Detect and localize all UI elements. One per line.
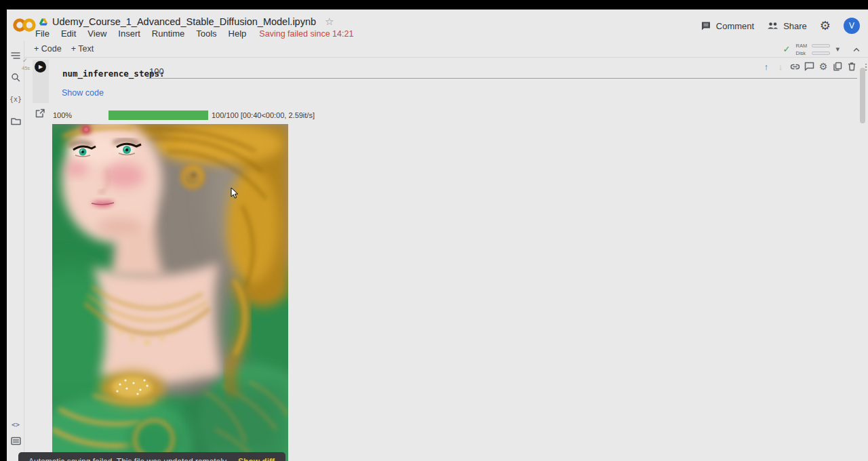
num-inference-steps-input[interactable] xyxy=(146,66,857,79)
menu-help[interactable]: Help xyxy=(229,28,247,39)
add-code-button[interactable]: + Code xyxy=(34,44,62,54)
drive-icon xyxy=(39,18,47,26)
add-comment-icon[interactable] xyxy=(804,61,814,72)
files-folder-icon[interactable] xyxy=(10,115,21,126)
cell-execution-time: 45s xyxy=(22,65,30,71)
menu-runtime[interactable]: Runtime xyxy=(152,28,184,39)
comment-icon xyxy=(701,21,711,31)
cell-settings-gear-icon[interactable]: ⚙ xyxy=(818,61,829,72)
cell-toolbar: ↑ ↓ ⚙ ⋮ xyxy=(761,60,868,73)
share-people-icon xyxy=(767,21,778,31)
colab-app: Udemy_Course_1_Advanced_Stable_Diffusion… xyxy=(7,9,868,461)
colab-logo-icon[interactable] xyxy=(12,17,37,33)
toast-message: Automatic saving failed. This file was u… xyxy=(28,457,231,461)
menu-file[interactable]: File xyxy=(35,28,50,39)
show-diff-button[interactable]: Show diff xyxy=(238,457,275,461)
share-label: Share xyxy=(783,21,807,31)
header-actions: Comment Share ⚙ V xyxy=(701,17,860,35)
header: Udemy_Course_1_Advanced_Stable_Diffusion… xyxy=(7,9,868,41)
code-snippets-icon[interactable]: <> xyxy=(10,419,21,430)
output-icon[interactable] xyxy=(35,108,45,121)
title-row: Udemy_Course_1_Advanced_Stable_Diffusion… xyxy=(39,16,334,28)
left-sidebar: {x} <> xyxy=(7,41,24,461)
generated-image xyxy=(52,124,288,461)
ram-label: RAM xyxy=(795,43,809,49)
menu-view[interactable]: View xyxy=(87,28,106,39)
terminal-icon[interactable] xyxy=(10,435,21,446)
scrollbar-thumb[interactable] xyxy=(860,68,865,123)
saving-status: Saving failed since 14:21 xyxy=(259,29,353,39)
add-text-button[interactable]: + Text xyxy=(71,44,94,54)
resource-meters: RAM Disk xyxy=(795,43,830,56)
notebook-toolbar: + Code + Text ✓ RAM Disk ▾ xyxy=(24,41,868,58)
avatar[interactable]: V xyxy=(844,18,860,34)
ram-meter xyxy=(812,44,830,47)
runtime-check-icon: ✓ xyxy=(783,44,791,54)
mirror-cell-icon[interactable] xyxy=(832,61,843,72)
table-of-contents-icon[interactable] xyxy=(10,50,21,61)
disk-meter xyxy=(812,52,830,55)
comment-label: Comment xyxy=(716,21,754,31)
progress-info: 100/100 [00:40<00:00, 2.59it/s] xyxy=(212,111,315,119)
progress-percent: 100% xyxy=(53,111,72,119)
star-icon[interactable]: ☆ xyxy=(325,16,334,28)
menu-edit[interactable]: Edit xyxy=(61,28,76,39)
show-code-link[interactable]: Show code xyxy=(62,88,104,98)
share-button[interactable]: Share xyxy=(767,21,807,31)
link-to-cell-icon[interactable] xyxy=(789,61,800,72)
notebook-title[interactable]: Udemy_Course_1_Advanced_Stable_Diffusion… xyxy=(52,16,316,27)
progress-bar xyxy=(108,111,208,120)
resource-area[interactable]: ✓ RAM Disk ▾ xyxy=(783,41,861,58)
menu-bar: File Edit View Insert Runtime Tools Help… xyxy=(35,28,353,39)
move-cell-up-icon[interactable]: ↑ xyxy=(761,61,772,72)
move-cell-down-icon: ↓ xyxy=(775,61,786,72)
variables-icon[interactable]: {x} xyxy=(10,94,21,104)
cell-success-check-icon: ✓ xyxy=(22,57,28,64)
menu-tools[interactable]: Tools xyxy=(196,28,216,39)
search-icon[interactable] xyxy=(10,72,21,83)
run-cell-button[interactable]: ▶ xyxy=(35,61,46,73)
comment-button[interactable]: Comment xyxy=(701,21,754,31)
resources-dropdown-icon[interactable]: ▾ xyxy=(835,45,840,54)
delete-cell-icon[interactable] xyxy=(846,61,857,72)
menu-insert[interactable]: Insert xyxy=(118,28,140,39)
autosave-failed-toast: Automatic saving failed. This file was u… xyxy=(18,452,285,461)
settings-gear-icon[interactable]: ⚙ xyxy=(820,20,831,32)
collapse-sections-icon[interactable] xyxy=(852,45,861,54)
disk-label: Disk xyxy=(795,50,809,56)
